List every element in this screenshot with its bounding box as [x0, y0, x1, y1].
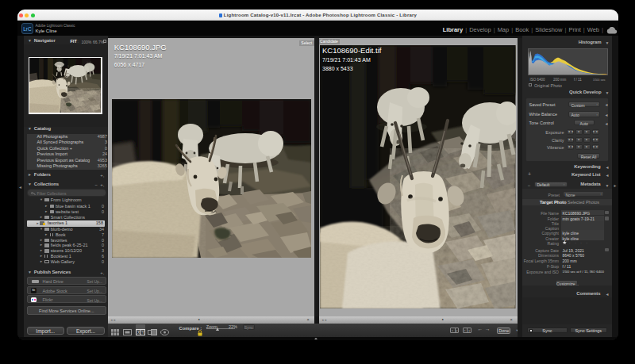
svg-text:X: X [137, 330, 140, 335]
svg-text:Y: Y [141, 330, 144, 335]
